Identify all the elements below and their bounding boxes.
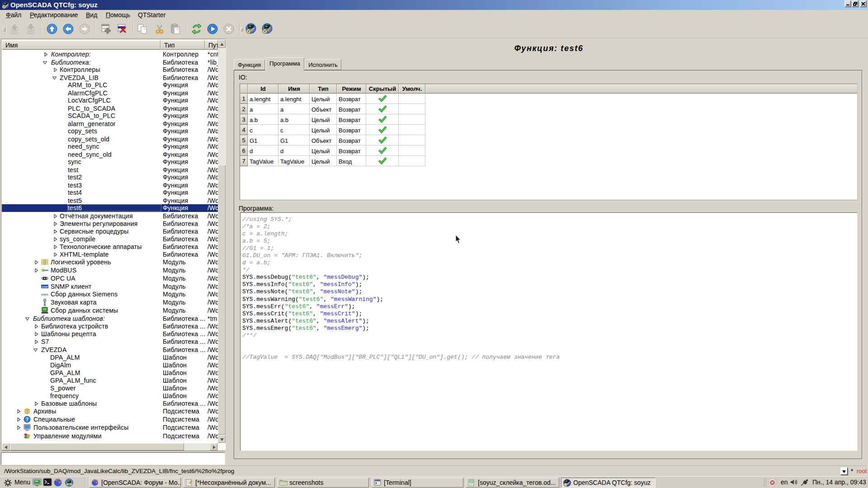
svg-text:?: ? bbox=[26, 417, 29, 422]
svg-text:SNMP: SNMP bbox=[41, 286, 48, 288]
svg-text:SIEMENS: SIEMENS bbox=[41, 294, 48, 296]
